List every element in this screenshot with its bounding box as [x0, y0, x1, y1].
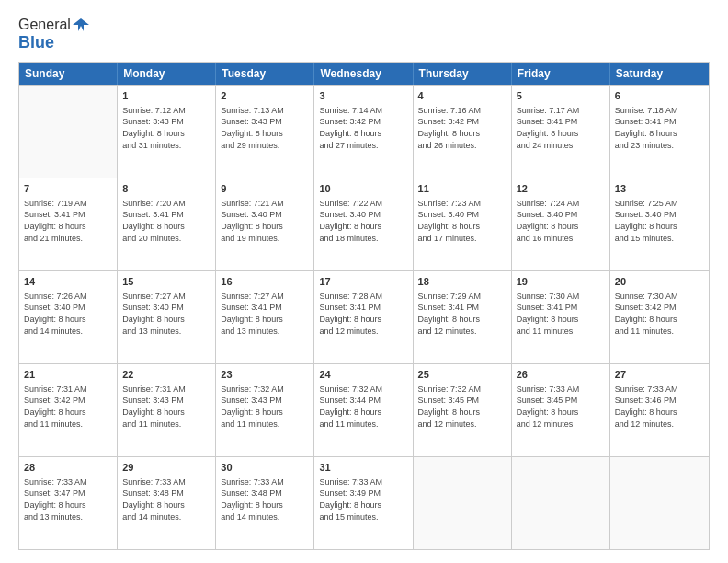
- day-number: 11: [418, 182, 506, 196]
- calendar-cell: 14 Sunrise: 7:26 AMSunset: 3:40 PMDaylig…: [19, 271, 118, 363]
- svg-marker-0: [73, 18, 89, 31]
- day-number: 3: [319, 89, 407, 103]
- calendar-cell: 19 Sunrise: 7:30 AMSunset: 3:41 PMDaylig…: [512, 271, 610, 363]
- cell-info: Sunrise: 7:21 AMSunset: 3:40 PMDaylight:…: [221, 198, 309, 244]
- cell-info: Sunrise: 7:25 AMSunset: 3:40 PMDaylight:…: [615, 198, 704, 244]
- weekday-header-thursday: Thursday: [414, 63, 512, 85]
- cell-info: Sunrise: 7:32 AMSunset: 3:43 PMDaylight:…: [221, 384, 309, 430]
- cell-info: Sunrise: 7:19 AMSunset: 3:41 PMDaylight:…: [24, 198, 112, 244]
- day-number: 17: [319, 275, 407, 289]
- day-number: 29: [122, 461, 210, 475]
- calendar-cell: 20 Sunrise: 7:30 AMSunset: 3:42 PMDaylig…: [610, 271, 709, 363]
- day-number: 4: [418, 89, 506, 103]
- calendar-cell: 26 Sunrise: 7:33 AMSunset: 3:45 PMDaylig…: [512, 364, 610, 456]
- calendar-cell: [610, 457, 709, 549]
- calendar-cell: 31 Sunrise: 7:33 AMSunset: 3:49 PMDaylig…: [314, 457, 413, 549]
- calendar-week-5: 28 Sunrise: 7:33 AMSunset: 3:47 PMDaylig…: [19, 456, 709, 549]
- day-number: 21: [24, 368, 112, 382]
- day-number: 5: [517, 89, 605, 103]
- day-number: 24: [319, 368, 407, 382]
- calendar-cell: 4 Sunrise: 7:16 AMSunset: 3:42 PMDayligh…: [414, 86, 512, 178]
- calendar-cell: 27 Sunrise: 7:33 AMSunset: 3:46 PMDaylig…: [610, 364, 709, 456]
- cell-info: Sunrise: 7:27 AMSunset: 3:40 PMDaylight:…: [122, 291, 210, 337]
- day-number: 31: [319, 461, 407, 475]
- calendar-cell: 15 Sunrise: 7:27 AMSunset: 3:40 PMDaylig…: [118, 271, 216, 363]
- day-number: 26: [517, 368, 605, 382]
- day-number: 12: [517, 182, 605, 196]
- cell-info: Sunrise: 7:33 AMSunset: 3:47 PMDaylight:…: [24, 477, 112, 523]
- calendar-cell: 1 Sunrise: 7:12 AMSunset: 3:43 PMDayligh…: [118, 86, 216, 178]
- day-number: 8: [122, 182, 210, 196]
- calendar-cell: 7 Sunrise: 7:19 AMSunset: 3:41 PMDayligh…: [19, 178, 118, 270]
- weekday-header-sunday: Sunday: [19, 63, 118, 85]
- cell-info: Sunrise: 7:22 AMSunset: 3:40 PMDaylight:…: [319, 198, 407, 244]
- day-number: 27: [615, 368, 704, 382]
- calendar-header: SundayMondayTuesdayWednesdayThursdayFrid…: [19, 63, 709, 85]
- day-number: 10: [319, 182, 407, 196]
- calendar-cell: 22 Sunrise: 7:31 AMSunset: 3:43 PMDaylig…: [118, 364, 216, 456]
- header: General Blue: [18, 17, 710, 52]
- calendar-week-3: 14 Sunrise: 7:26 AMSunset: 3:40 PMDaylig…: [19, 270, 709, 363]
- calendar-cell: 30 Sunrise: 7:33 AMSunset: 3:48 PMDaylig…: [216, 457, 314, 549]
- calendar-cell: 18 Sunrise: 7:29 AMSunset: 3:41 PMDaylig…: [414, 271, 512, 363]
- day-number: 13: [615, 182, 704, 196]
- day-number: 16: [221, 275, 309, 289]
- cell-info: Sunrise: 7:27 AMSunset: 3:41 PMDaylight:…: [221, 291, 309, 337]
- weekday-header-monday: Monday: [118, 63, 216, 85]
- cell-info: Sunrise: 7:33 AMSunset: 3:48 PMDaylight:…: [122, 477, 210, 523]
- day-number: 23: [221, 368, 309, 382]
- calendar-week-4: 21 Sunrise: 7:31 AMSunset: 3:42 PMDaylig…: [19, 363, 709, 456]
- day-number: 20: [615, 275, 704, 289]
- day-number: 25: [418, 368, 506, 382]
- calendar-cell: 21 Sunrise: 7:31 AMSunset: 3:42 PMDaylig…: [19, 364, 118, 456]
- logo-general-text: General: [18, 17, 71, 33]
- day-number: 15: [122, 275, 210, 289]
- cell-info: Sunrise: 7:28 AMSunset: 3:41 PMDaylight:…: [319, 291, 407, 337]
- logo-blue-text: Blue: [18, 33, 54, 52]
- day-number: 14: [24, 275, 112, 289]
- calendar-cell: 11 Sunrise: 7:23 AMSunset: 3:40 PMDaylig…: [414, 178, 512, 270]
- day-number: 9: [221, 182, 309, 196]
- cell-info: Sunrise: 7:30 AMSunset: 3:42 PMDaylight:…: [615, 291, 704, 337]
- calendar-cell: 8 Sunrise: 7:20 AMSunset: 3:41 PMDayligh…: [118, 178, 216, 270]
- weekday-header-tuesday: Tuesday: [216, 63, 314, 85]
- day-number: 22: [122, 368, 210, 382]
- day-number: 1: [122, 89, 210, 103]
- cell-info: Sunrise: 7:33 AMSunset: 3:48 PMDaylight:…: [221, 477, 309, 523]
- calendar-week-2: 7 Sunrise: 7:19 AMSunset: 3:41 PMDayligh…: [19, 178, 709, 270]
- cell-info: Sunrise: 7:31 AMSunset: 3:43 PMDaylight:…: [122, 384, 210, 430]
- logo-bird-icon: [73, 17, 89, 33]
- calendar-cell: 6 Sunrise: 7:18 AMSunset: 3:41 PMDayligh…: [610, 86, 709, 178]
- cell-info: Sunrise: 7:23 AMSunset: 3:40 PMDaylight:…: [418, 198, 506, 244]
- day-number: 2: [221, 89, 309, 103]
- cell-info: Sunrise: 7:18 AMSunset: 3:41 PMDaylight:…: [615, 105, 704, 151]
- cell-info: Sunrise: 7:32 AMSunset: 3:44 PMDaylight:…: [319, 384, 407, 430]
- cell-info: Sunrise: 7:13 AMSunset: 3:43 PMDaylight:…: [221, 105, 309, 151]
- cell-info: Sunrise: 7:24 AMSunset: 3:40 PMDaylight:…: [517, 198, 605, 244]
- logo: General Blue: [18, 17, 89, 52]
- day-number: 7: [24, 182, 112, 196]
- calendar-cell: 13 Sunrise: 7:25 AMSunset: 3:40 PMDaylig…: [610, 178, 709, 270]
- calendar-cell: 5 Sunrise: 7:17 AMSunset: 3:41 PMDayligh…: [512, 86, 610, 178]
- cell-info: Sunrise: 7:31 AMSunset: 3:42 PMDaylight:…: [24, 384, 112, 430]
- calendar-cell: 29 Sunrise: 7:33 AMSunset: 3:48 PMDaylig…: [118, 457, 216, 549]
- calendar: SundayMondayTuesdayWednesdayThursdayFrid…: [18, 62, 710, 550]
- calendar-cell: [19, 86, 118, 178]
- calendar-cell: [414, 457, 512, 549]
- cell-info: Sunrise: 7:32 AMSunset: 3:45 PMDaylight:…: [418, 384, 506, 430]
- calendar-week-1: 1 Sunrise: 7:12 AMSunset: 3:43 PMDayligh…: [19, 85, 709, 178]
- calendar-cell: 12 Sunrise: 7:24 AMSunset: 3:40 PMDaylig…: [512, 178, 610, 270]
- calendar-cell: 28 Sunrise: 7:33 AMSunset: 3:47 PMDaylig…: [19, 457, 118, 549]
- calendar-cell: 25 Sunrise: 7:32 AMSunset: 3:45 PMDaylig…: [414, 364, 512, 456]
- calendar-cell: 3 Sunrise: 7:14 AMSunset: 3:42 PMDayligh…: [314, 86, 413, 178]
- cell-info: Sunrise: 7:33 AMSunset: 3:45 PMDaylight:…: [517, 384, 605, 430]
- day-number: 18: [418, 275, 506, 289]
- weekday-header-friday: Friday: [512, 63, 610, 85]
- cell-info: Sunrise: 7:17 AMSunset: 3:41 PMDaylight:…: [517, 105, 605, 151]
- cell-info: Sunrise: 7:16 AMSunset: 3:42 PMDaylight:…: [418, 105, 506, 151]
- calendar-cell: 24 Sunrise: 7:32 AMSunset: 3:44 PMDaylig…: [314, 364, 413, 456]
- calendar-cell: 16 Sunrise: 7:27 AMSunset: 3:41 PMDaylig…: [216, 271, 314, 363]
- calendar-cell: 2 Sunrise: 7:13 AMSunset: 3:43 PMDayligh…: [216, 86, 314, 178]
- page: General Blue SundayMondayTuesdayWednesda…: [0, 0, 728, 563]
- weekday-header-saturday: Saturday: [610, 63, 709, 85]
